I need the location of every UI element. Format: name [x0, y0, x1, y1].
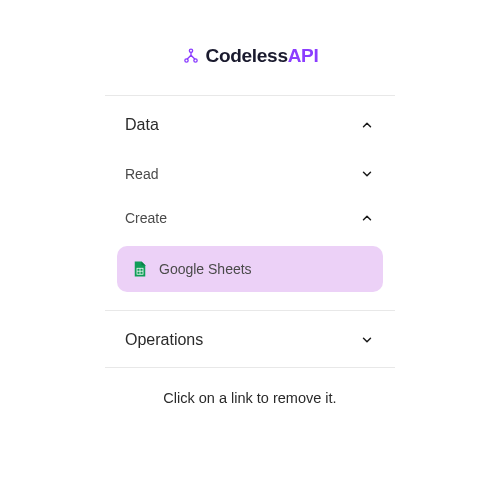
logo-text-main: Codeless	[206, 45, 288, 66]
subsection-title: Create	[125, 210, 167, 226]
subsection-header-read[interactable]: Read	[105, 152, 395, 196]
subsection-title: Read	[125, 166, 158, 182]
sidebar-panel: CodelessAPI Data Read Create	[105, 45, 395, 500]
google-sheets-icon	[131, 260, 149, 278]
chevron-down-icon	[359, 166, 375, 182]
footer-hint: Click on a link to remove it.	[105, 368, 395, 428]
logo: CodelessAPI	[105, 45, 395, 67]
logo-text-accent: API	[288, 45, 319, 66]
item-label: Google Sheets	[159, 261, 252, 277]
section-title: Operations	[125, 331, 203, 349]
section-data: Data Read Create	[105, 96, 395, 292]
section-operations: Operations	[105, 311, 395, 367]
chevron-down-icon	[359, 332, 375, 348]
section-title: Data	[125, 116, 159, 134]
section-header-operations[interactable]: Operations	[105, 311, 395, 367]
logo-text: CodelessAPI	[206, 45, 319, 67]
section-header-data[interactable]: Data	[105, 96, 395, 152]
chevron-up-icon	[359, 117, 375, 133]
subsection-header-create[interactable]: Create	[105, 196, 395, 240]
item-google-sheets[interactable]: Google Sheets	[117, 246, 383, 292]
logo-icon	[182, 47, 200, 65]
chevron-up-icon	[359, 210, 375, 226]
